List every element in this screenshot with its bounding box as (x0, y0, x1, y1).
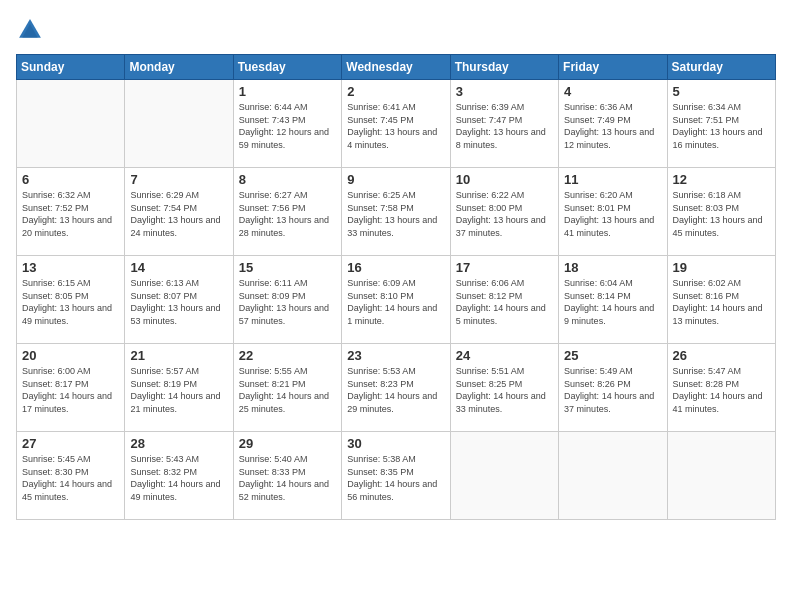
day-info: Sunrise: 5:49 AM Sunset: 8:26 PM Dayligh… (564, 365, 661, 415)
calendar-cell: 25Sunrise: 5:49 AM Sunset: 8:26 PM Dayli… (559, 344, 667, 432)
header-cell-saturday: Saturday (667, 55, 775, 80)
day-info: Sunrise: 5:43 AM Sunset: 8:32 PM Dayligh… (130, 453, 227, 503)
day-number: 21 (130, 348, 227, 363)
day-info: Sunrise: 6:32 AM Sunset: 7:52 PM Dayligh… (22, 189, 119, 239)
calendar-table: SundayMondayTuesdayWednesdayThursdayFrid… (16, 54, 776, 520)
calendar-cell: 27Sunrise: 5:45 AM Sunset: 8:30 PM Dayli… (17, 432, 125, 520)
calendar-cell: 9Sunrise: 6:25 AM Sunset: 7:58 PM Daylig… (342, 168, 450, 256)
day-number: 9 (347, 172, 444, 187)
day-info: Sunrise: 6:34 AM Sunset: 7:51 PM Dayligh… (673, 101, 770, 151)
day-info: Sunrise: 6:13 AM Sunset: 8:07 PM Dayligh… (130, 277, 227, 327)
day-number: 23 (347, 348, 444, 363)
day-info: Sunrise: 6:22 AM Sunset: 8:00 PM Dayligh… (456, 189, 553, 239)
calendar-cell: 20Sunrise: 6:00 AM Sunset: 8:17 PM Dayli… (17, 344, 125, 432)
day-number: 22 (239, 348, 336, 363)
header-row: SundayMondayTuesdayWednesdayThursdayFrid… (17, 55, 776, 80)
calendar-cell: 12Sunrise: 6:18 AM Sunset: 8:03 PM Dayli… (667, 168, 775, 256)
day-number: 19 (673, 260, 770, 275)
day-info: Sunrise: 6:18 AM Sunset: 8:03 PM Dayligh… (673, 189, 770, 239)
header-cell-sunday: Sunday (17, 55, 125, 80)
day-number: 11 (564, 172, 661, 187)
calendar-cell: 1Sunrise: 6:44 AM Sunset: 7:43 PM Daylig… (233, 80, 341, 168)
day-number: 28 (130, 436, 227, 451)
day-number: 4 (564, 84, 661, 99)
calendar-cell: 29Sunrise: 5:40 AM Sunset: 8:33 PM Dayli… (233, 432, 341, 520)
calendar-cell: 28Sunrise: 5:43 AM Sunset: 8:32 PM Dayli… (125, 432, 233, 520)
calendar-cell (450, 432, 558, 520)
header-cell-wednesday: Wednesday (342, 55, 450, 80)
calendar-cell: 18Sunrise: 6:04 AM Sunset: 8:14 PM Dayli… (559, 256, 667, 344)
calendar-cell: 17Sunrise: 6:06 AM Sunset: 8:12 PM Dayli… (450, 256, 558, 344)
calendar-cell (17, 80, 125, 168)
day-info: Sunrise: 5:57 AM Sunset: 8:19 PM Dayligh… (130, 365, 227, 415)
day-info: Sunrise: 5:40 AM Sunset: 8:33 PM Dayligh… (239, 453, 336, 503)
day-info: Sunrise: 5:53 AM Sunset: 8:23 PM Dayligh… (347, 365, 444, 415)
day-number: 29 (239, 436, 336, 451)
day-number: 25 (564, 348, 661, 363)
calendar-cell: 23Sunrise: 5:53 AM Sunset: 8:23 PM Dayli… (342, 344, 450, 432)
calendar-cell: 15Sunrise: 6:11 AM Sunset: 8:09 PM Dayli… (233, 256, 341, 344)
day-number: 12 (673, 172, 770, 187)
calendar-cell: 19Sunrise: 6:02 AM Sunset: 8:16 PM Dayli… (667, 256, 775, 344)
calendar-cell (667, 432, 775, 520)
header-cell-monday: Monday (125, 55, 233, 80)
day-info: Sunrise: 5:55 AM Sunset: 8:21 PM Dayligh… (239, 365, 336, 415)
calendar-cell: 2Sunrise: 6:41 AM Sunset: 7:45 PM Daylig… (342, 80, 450, 168)
day-info: Sunrise: 6:25 AM Sunset: 7:58 PM Dayligh… (347, 189, 444, 239)
calendar-cell: 26Sunrise: 5:47 AM Sunset: 8:28 PM Dayli… (667, 344, 775, 432)
calendar-cell: 10Sunrise: 6:22 AM Sunset: 8:00 PM Dayli… (450, 168, 558, 256)
week-row-1: 6Sunrise: 6:32 AM Sunset: 7:52 PM Daylig… (17, 168, 776, 256)
calendar-cell: 6Sunrise: 6:32 AM Sunset: 7:52 PM Daylig… (17, 168, 125, 256)
calendar-cell: 21Sunrise: 5:57 AM Sunset: 8:19 PM Dayli… (125, 344, 233, 432)
logo-icon (16, 16, 44, 44)
day-number: 7 (130, 172, 227, 187)
calendar-cell: 30Sunrise: 5:38 AM Sunset: 8:35 PM Dayli… (342, 432, 450, 520)
day-number: 14 (130, 260, 227, 275)
page: SundayMondayTuesdayWednesdayThursdayFrid… (0, 0, 792, 612)
day-info: Sunrise: 6:04 AM Sunset: 8:14 PM Dayligh… (564, 277, 661, 327)
day-number: 16 (347, 260, 444, 275)
day-info: Sunrise: 5:51 AM Sunset: 8:25 PM Dayligh… (456, 365, 553, 415)
calendar-cell: 5Sunrise: 6:34 AM Sunset: 7:51 PM Daylig… (667, 80, 775, 168)
day-number: 20 (22, 348, 119, 363)
day-info: Sunrise: 6:02 AM Sunset: 8:16 PM Dayligh… (673, 277, 770, 327)
day-info: Sunrise: 6:06 AM Sunset: 8:12 PM Dayligh… (456, 277, 553, 327)
header-cell-thursday: Thursday (450, 55, 558, 80)
day-info: Sunrise: 5:45 AM Sunset: 8:30 PM Dayligh… (22, 453, 119, 503)
day-number: 30 (347, 436, 444, 451)
day-info: Sunrise: 6:20 AM Sunset: 8:01 PM Dayligh… (564, 189, 661, 239)
day-number: 8 (239, 172, 336, 187)
day-info: Sunrise: 5:38 AM Sunset: 8:35 PM Dayligh… (347, 453, 444, 503)
header-cell-tuesday: Tuesday (233, 55, 341, 80)
day-info: Sunrise: 6:09 AM Sunset: 8:10 PM Dayligh… (347, 277, 444, 327)
calendar-cell: 4Sunrise: 6:36 AM Sunset: 7:49 PM Daylig… (559, 80, 667, 168)
header (16, 16, 776, 44)
day-number: 2 (347, 84, 444, 99)
calendar-body: 1Sunrise: 6:44 AM Sunset: 7:43 PM Daylig… (17, 80, 776, 520)
day-info: Sunrise: 6:41 AM Sunset: 7:45 PM Dayligh… (347, 101, 444, 151)
calendar-cell: 11Sunrise: 6:20 AM Sunset: 8:01 PM Dayli… (559, 168, 667, 256)
day-number: 10 (456, 172, 553, 187)
day-info: Sunrise: 6:00 AM Sunset: 8:17 PM Dayligh… (22, 365, 119, 415)
day-info: Sunrise: 6:15 AM Sunset: 8:05 PM Dayligh… (22, 277, 119, 327)
day-number: 13 (22, 260, 119, 275)
week-row-3: 20Sunrise: 6:00 AM Sunset: 8:17 PM Dayli… (17, 344, 776, 432)
week-row-4: 27Sunrise: 5:45 AM Sunset: 8:30 PM Dayli… (17, 432, 776, 520)
day-info: Sunrise: 6:39 AM Sunset: 7:47 PM Dayligh… (456, 101, 553, 151)
day-info: Sunrise: 6:44 AM Sunset: 7:43 PM Dayligh… (239, 101, 336, 151)
day-info: Sunrise: 6:11 AM Sunset: 8:09 PM Dayligh… (239, 277, 336, 327)
day-info: Sunrise: 5:47 AM Sunset: 8:28 PM Dayligh… (673, 365, 770, 415)
calendar-cell: 13Sunrise: 6:15 AM Sunset: 8:05 PM Dayli… (17, 256, 125, 344)
calendar-cell: 24Sunrise: 5:51 AM Sunset: 8:25 PM Dayli… (450, 344, 558, 432)
week-row-2: 13Sunrise: 6:15 AM Sunset: 8:05 PM Dayli… (17, 256, 776, 344)
calendar-header: SundayMondayTuesdayWednesdayThursdayFrid… (17, 55, 776, 80)
calendar-cell: 16Sunrise: 6:09 AM Sunset: 8:10 PM Dayli… (342, 256, 450, 344)
header-cell-friday: Friday (559, 55, 667, 80)
day-info: Sunrise: 6:29 AM Sunset: 7:54 PM Dayligh… (130, 189, 227, 239)
day-number: 6 (22, 172, 119, 187)
day-number: 5 (673, 84, 770, 99)
calendar-cell: 8Sunrise: 6:27 AM Sunset: 7:56 PM Daylig… (233, 168, 341, 256)
day-number: 27 (22, 436, 119, 451)
day-number: 18 (564, 260, 661, 275)
day-number: 26 (673, 348, 770, 363)
